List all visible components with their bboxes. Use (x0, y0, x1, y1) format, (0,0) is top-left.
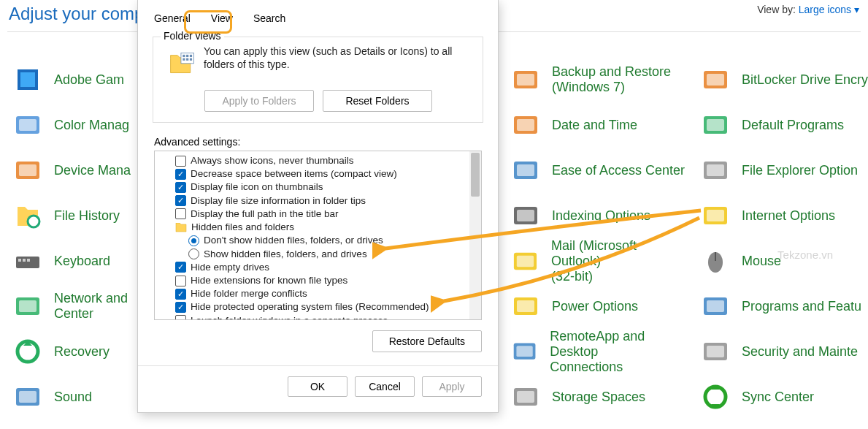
svg-rect-8 (18, 259, 21, 262)
tab-search[interactable]: Search (243, 7, 296, 29)
cpl-label: Sync Center (742, 390, 814, 405)
folder-views-group: Folder views You can apply this view (su… (153, 37, 483, 123)
svg-rect-51 (183, 58, 185, 61)
cpl-icon (511, 246, 539, 276)
setting-label: Display file size information in folder … (191, 194, 366, 208)
svg-rect-31 (517, 391, 534, 403)
svg-rect-3 (19, 119, 37, 131)
checkbox[interactable] (175, 182, 186, 193)
setting-row[interactable]: Display the full path in the title bar (159, 208, 477, 221)
cpl-label: Color Manag (54, 118, 129, 133)
setting-row[interactable]: Don't show hidden files, folders, or dri… (159, 234, 477, 247)
checkbox[interactable] (175, 315, 186, 320)
cpl-item[interactable]: Backup and Restore(Windows 7) (511, 57, 686, 102)
svg-rect-23 (517, 210, 534, 221)
setting-row[interactable]: Display file icon on thumbnails (159, 181, 477, 194)
svg-rect-7 (16, 257, 39, 268)
cpl-icon (701, 292, 730, 321)
cpl-label: Indexing Options (552, 208, 650, 224)
cpl-item[interactable]: File Explorer Option (701, 148, 868, 193)
svg-rect-29 (516, 346, 532, 357)
cpl-item[interactable]: Internet Options (701, 193, 868, 238)
radio[interactable] (188, 235, 199, 246)
checkbox[interactable] (175, 195, 186, 206)
view-by-dropdown[interactable]: Large icons ▾ (799, 4, 859, 15)
ok-button[interactable]: OK (288, 376, 347, 397)
checkbox[interactable] (175, 289, 186, 300)
cpl-item[interactable]: Storage Spaces (511, 374, 686, 419)
cpl-item[interactable]: Date and Time (511, 102, 686, 148)
cpl-icon (13, 110, 42, 140)
svg-rect-25 (517, 255, 534, 267)
checkbox[interactable] (175, 208, 186, 219)
setting-row[interactable]: Display file size information in folder … (159, 194, 477, 208)
cpl-icon (13, 65, 42, 94)
checkbox[interactable] (175, 262, 186, 273)
checkbox[interactable] (175, 156, 186, 167)
cancel-button[interactable]: Cancel (355, 376, 415, 397)
setting-row[interactable]: Hide protected operating system files (R… (159, 300, 477, 314)
cpl-item[interactable]: Programs and Featu (701, 284, 868, 329)
svg-point-46 (705, 387, 726, 407)
svg-rect-9 (23, 259, 26, 262)
cpl-item[interactable]: RemoteApp and DesktopConnections (511, 329, 686, 374)
cpl-icon (511, 110, 540, 140)
page-title: Adjust your compu (9, 4, 154, 24)
cpl-item[interactable]: Mail (Microsoft Outlook)(32-bit) (511, 238, 686, 284)
cpl-label: RemoteApp and DesktopConnections (550, 329, 686, 375)
scrollbar[interactable] (469, 151, 481, 319)
setting-row[interactable]: Launch folder windows in a separate proc… (159, 314, 477, 320)
cpl-label: Programs and Featu (742, 299, 861, 314)
setting-row[interactable]: Show hidden files, folders, and drives (159, 248, 477, 261)
setting-row[interactable]: Always show icons, never thumbnails (159, 154, 477, 167)
cpl-icon (701, 201, 730, 230)
svg-rect-52 (186, 58, 188, 61)
view-by: View by: Large icons ▾ (757, 4, 859, 15)
setting-row[interactable]: Hide folder merge conflicts (159, 287, 477, 300)
folder-views-text: You can apply this view (such as Details… (204, 45, 472, 71)
cpl-item[interactable]: Indexing Options (511, 193, 686, 238)
setting-row[interactable]: Decrease space between items (compact vi… (159, 167, 477, 181)
cpl-item[interactable]: Ease of Access Center (511, 148, 686, 193)
cpl-icon (13, 246, 42, 276)
svg-rect-5 (19, 164, 37, 176)
radio[interactable] (188, 248, 199, 259)
cpl-icon (511, 337, 538, 366)
setting-label: Don't show hidden files, folders, or dri… (204, 234, 383, 247)
folder-views-icon (169, 49, 195, 77)
cpl-icon (701, 382, 730, 411)
checkbox[interactable] (175, 276, 186, 286)
cpl-icon (511, 201, 540, 230)
setting-row[interactable]: Hidden files and folders (159, 221, 477, 234)
svg-rect-39 (707, 210, 724, 221)
cpl-icon (701, 337, 730, 366)
setting-row[interactable]: Hide extensions for known file types (159, 274, 477, 287)
restore-defaults-button[interactable]: Restore Defaults (372, 330, 482, 352)
watermark: Tekzone.vn (777, 248, 833, 261)
svg-rect-27 (517, 300, 534, 312)
cpl-icon (13, 201, 42, 230)
setting-label: Hide extensions for known file types (191, 274, 347, 287)
cpl-item[interactable]: Security and Mainte (701, 329, 868, 374)
cpl-item[interactable]: Sync Center (701, 374, 868, 419)
cpl-item[interactable]: Mouse (701, 238, 868, 284)
svg-rect-19 (517, 119, 534, 131)
setting-label: Hide folder merge conflicts (191, 287, 307, 300)
cpl-item[interactable]: BitLocker Drive Encry (701, 57, 868, 102)
svg-rect-43 (707, 300, 724, 312)
apply-button[interactable]: Apply (422, 376, 482, 397)
setting-row[interactable]: Hide empty drives (159, 261, 477, 274)
cpl-item[interactable]: Power Options (511, 284, 686, 329)
cpl-label: Recovery (54, 344, 110, 360)
cpl-item[interactable]: Default Programs (701, 102, 868, 148)
svg-rect-53 (190, 58, 192, 61)
svg-rect-33 (707, 74, 724, 86)
reset-folders-button[interactable]: Reset Folders (323, 90, 432, 112)
svg-rect-15 (19, 391, 37, 403)
folder-icon (175, 223, 187, 232)
checkbox[interactable] (175, 302, 186, 313)
checkbox[interactable] (175, 169, 186, 180)
apply-to-folders-button[interactable]: Apply to Folders (204, 90, 314, 112)
cpl-label: File History (54, 208, 120, 224)
cpl-icon (13, 382, 42, 411)
